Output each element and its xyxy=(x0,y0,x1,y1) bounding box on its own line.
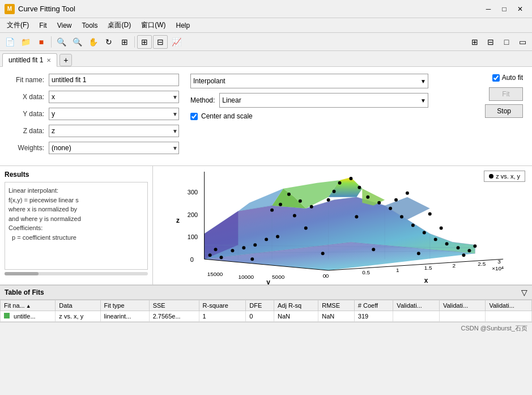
svg-point-10 xyxy=(310,205,313,209)
svg-point-19 xyxy=(411,224,415,227)
z-data-label: Z data: xyxy=(9,127,49,135)
svg-point-29 xyxy=(428,213,432,216)
col-val3[interactable]: Validati... xyxy=(486,300,532,311)
svg-point-2 xyxy=(231,249,234,252)
col-rsquare[interactable]: R-square xyxy=(199,300,246,311)
svg-point-24 xyxy=(467,249,471,252)
weights-row: Weights: (none) ▼ xyxy=(9,142,179,154)
toolbar-grid2[interactable]: ⊟ xyxy=(153,35,168,49)
col-val1[interactable]: Validati... xyxy=(393,300,440,311)
y-data-select[interactable]: y xyxy=(49,108,179,120)
results-line6: p = coefficient structure xyxy=(8,234,76,241)
results-scrollbar[interactable] xyxy=(5,272,148,275)
col-fit-type[interactable]: Fit type xyxy=(100,300,149,311)
table-collapse-icon[interactable]: ▽ xyxy=(521,288,527,297)
menu-fit[interactable]: Fit xyxy=(35,20,51,31)
toolbar-rotate[interactable]: ↻ xyxy=(101,35,116,49)
svg-point-12 xyxy=(338,181,342,185)
minimize-button[interactable]: ─ xyxy=(481,3,496,15)
col-fit-name[interactable]: Fit na...▲ xyxy=(1,300,56,311)
col-val2[interactable]: Validati... xyxy=(439,300,486,311)
svg-point-34 xyxy=(462,253,465,257)
toolbar-open[interactable]: 📁 xyxy=(18,35,33,49)
fit-color-indicator xyxy=(4,313,10,318)
tab-close-icon[interactable]: ✕ xyxy=(46,57,51,63)
z-axis-100: 100 xyxy=(188,233,198,240)
toolbar-chart[interactable]: 📈 xyxy=(169,35,184,49)
col-rmse[interactable]: RMSE xyxy=(318,300,355,311)
toolbar-color[interactable]: ■ xyxy=(34,35,49,49)
svg-point-14 xyxy=(357,186,361,189)
y-axis-15000: 15000 xyxy=(207,271,223,277)
x-axis-15: 1.5 xyxy=(424,265,432,271)
svg-point-15 xyxy=(366,196,369,199)
cell-val2 xyxy=(439,311,486,322)
svg-point-38 xyxy=(406,192,409,195)
toolbar-new[interactable]: 📄 xyxy=(2,35,17,49)
autofit-row: Auto fit xyxy=(492,74,523,82)
svg-point-35 xyxy=(214,248,218,251)
tab-bar: untitled fit 1 ✕ + xyxy=(0,51,532,67)
toolbar-zoom-out[interactable]: 🔍 xyxy=(70,35,84,49)
fit-form: Fit name: X data: x ▼ Y data: y ▼ Z data… xyxy=(9,74,179,159)
svg-point-17 xyxy=(389,207,392,210)
menu-desktop[interactable]: 桌面(D) xyxy=(103,19,135,31)
maximize-button[interactable]: □ xyxy=(497,3,512,15)
sort-arrow-icon: ▲ xyxy=(26,303,31,309)
toolbar-layout2[interactable]: ⊟ xyxy=(483,35,498,49)
svg-point-23 xyxy=(457,246,460,249)
fit-name-input[interactable] xyxy=(49,74,179,86)
toolbar-pan[interactable]: ✋ xyxy=(86,35,100,49)
table-row[interactable]: untitle... z vs. x, y linearint... 2.756… xyxy=(1,311,532,322)
z-data-row: Z data: z ▼ xyxy=(9,125,179,137)
col-sse[interactable]: SSE xyxy=(149,300,199,311)
toolbar-zoom-in[interactable]: 🔍 xyxy=(54,35,69,49)
menu-tools[interactable]: Tools xyxy=(77,20,102,31)
svg-point-1 xyxy=(220,256,223,259)
col-ncoeff[interactable]: # Coeff xyxy=(354,300,393,311)
x-data-select[interactable]: x xyxy=(49,91,179,103)
svg-point-13 xyxy=(349,177,352,180)
fit-type-select[interactable]: Interpolant xyxy=(190,74,428,88)
cell-val3 xyxy=(486,311,532,322)
col-dfe[interactable]: DFE xyxy=(246,300,274,311)
status-bar: CSDN @Sunburst_石页 xyxy=(0,322,532,334)
col-data[interactable]: Data xyxy=(56,300,100,311)
svg-point-16 xyxy=(377,201,381,205)
results-scroll-thumb xyxy=(5,272,39,275)
svg-point-9 xyxy=(299,199,302,203)
menu-window[interactable]: 窗口(W) xyxy=(137,19,170,31)
svg-point-31 xyxy=(321,252,325,255)
results-text: Linear interpolant: f(x,y) = piecewise l… xyxy=(8,186,144,242)
cell-val1 xyxy=(393,311,440,322)
toolbar-layout1[interactable]: ⊞ xyxy=(467,35,482,49)
fits-table: Fit na...▲ Data Fit type SSE R-square DF… xyxy=(0,300,532,322)
toolbar-data[interactable]: ⊞ xyxy=(117,35,132,49)
results-line5: Coefficients: xyxy=(8,224,42,231)
autofit-checkbox[interactable] xyxy=(492,74,500,82)
close-button[interactable]: ✕ xyxy=(513,3,527,15)
col-adj-rsq[interactable]: Adj R-sq xyxy=(274,300,318,311)
app-title: Curve Fitting Tool xyxy=(18,5,75,13)
toolbar-layout4[interactable]: ▭ xyxy=(515,35,530,49)
fit-type-row: Interpolant ▼ xyxy=(190,74,428,88)
toolbar-layout3[interactable]: □ xyxy=(499,35,514,49)
y-axis-5000: 5000 xyxy=(272,274,285,280)
fit-name-row: Fit name: xyxy=(9,74,179,86)
method-select[interactable]: Linear xyxy=(219,93,428,108)
z-data-select[interactable]: z xyxy=(49,125,179,137)
toolbar-grid1[interactable]: ⊞ xyxy=(137,35,152,49)
menu-help[interactable]: Help xyxy=(171,20,194,31)
fit-button[interactable]: Fit xyxy=(489,87,523,101)
tab-untitled-fit-1[interactable]: untitled fit 1 ✕ xyxy=(2,53,57,67)
cell-dfe: 0 xyxy=(246,311,274,322)
center-scale-checkbox[interactable] xyxy=(190,113,198,120)
weights-select[interactable]: (none) xyxy=(49,142,179,154)
cell-fit-type: linearint... xyxy=(100,311,149,322)
method-wrapper: Linear ▼ xyxy=(219,93,428,108)
menu-view[interactable]: View xyxy=(53,20,76,31)
stop-button[interactable]: Stop xyxy=(485,104,523,118)
tab-add-button[interactable]: + xyxy=(59,54,72,66)
menu-file[interactable]: 文件(F) xyxy=(2,19,33,31)
x-axis-25: 2.5 xyxy=(478,261,486,267)
